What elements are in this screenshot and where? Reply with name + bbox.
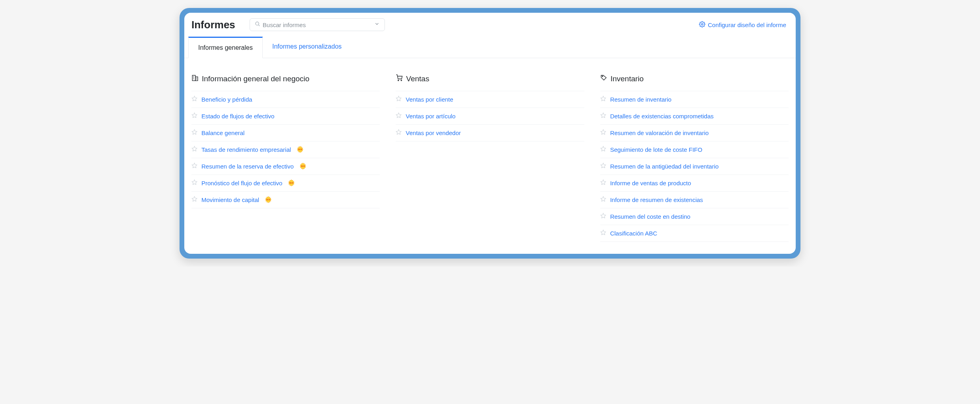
report-link[interactable]: Informe de ventas de producto: [610, 180, 691, 186]
favorite-star-icon[interactable]: [191, 179, 197, 187]
favorite-star-icon[interactable]: [191, 146, 197, 153]
report-item: Ventas por vendedor: [396, 125, 584, 141]
report-item: Detalles de existencias comprometidas: [600, 108, 789, 125]
report-link[interactable]: Pronóstico del flujo de efectivo: [201, 180, 282, 186]
favorite-star-icon[interactable]: [396, 129, 402, 137]
favorite-star-icon[interactable]: [600, 112, 606, 120]
report-item: Clasificación ABC: [600, 225, 789, 242]
report-link[interactable]: Ventas por cliente: [406, 96, 453, 103]
svg-marker-25: [396, 129, 402, 134]
svg-marker-12: [192, 129, 197, 134]
favorite-star-icon[interactable]: [600, 229, 606, 237]
report-link[interactable]: Resumen de la reserva de efectivo: [201, 163, 294, 170]
configure-report-layout-link[interactable]: Configurar diseño del informe: [699, 21, 786, 29]
report-link[interactable]: Tasas de rendimiento empresarial: [201, 146, 291, 153]
new-badge-icon: NEW: [299, 163, 306, 170]
report-link[interactable]: Resumen de valoración de inventario: [610, 129, 709, 136]
report-item: Resumen del coste en destino: [600, 208, 789, 225]
report-link[interactable]: Resumen del coste en destino: [610, 213, 691, 220]
favorite-star-icon[interactable]: [600, 213, 606, 220]
svg-marker-27: [601, 96, 606, 101]
header-left: Informes: [191, 18, 385, 31]
new-badge-icon: NEW: [297, 146, 304, 153]
svg-marker-24: [396, 113, 402, 118]
report-link[interactable]: Balance general: [201, 129, 244, 136]
column-sales: Ventas Ventas por clienteVentas por artí…: [396, 74, 584, 242]
favorite-star-icon[interactable]: [396, 96, 402, 103]
favorite-star-icon[interactable]: [600, 146, 606, 153]
svg-text:NEW: NEW: [266, 199, 271, 201]
svg-marker-34: [601, 213, 606, 218]
favorite-star-icon[interactable]: [191, 196, 197, 204]
page-title: Informes: [191, 19, 235, 31]
report-link[interactable]: Resumen de inventario: [610, 96, 672, 103]
sales-report-list: Ventas por clienteVentas por artículoVen…: [396, 91, 584, 141]
favorite-star-icon[interactable]: [600, 96, 606, 103]
svg-marker-15: [192, 163, 197, 168]
business-report-list: Beneficio y pérdidaEstado de flujos de e…: [191, 91, 380, 208]
svg-text:NEW: NEW: [298, 149, 303, 151]
report-item: Movimiento de capitalNEW: [191, 192, 380, 208]
report-item: Ventas por artículo: [396, 108, 584, 125]
report-link[interactable]: Estado de flujos de efectivo: [201, 113, 274, 120]
tab-custom-reports[interactable]: Informes personalizados: [263, 37, 351, 58]
favorite-star-icon[interactable]: [396, 112, 402, 120]
favorite-star-icon[interactable]: [600, 179, 606, 187]
svg-point-2: [701, 24, 703, 25]
svg-marker-13: [192, 146, 197, 151]
search-input[interactable]: [263, 22, 374, 28]
favorite-star-icon[interactable]: [191, 112, 197, 120]
column-title-sales: Ventas: [396, 74, 584, 84]
favorite-star-icon[interactable]: [600, 129, 606, 137]
report-item: Ventas por cliente: [396, 91, 584, 108]
favorite-star-icon[interactable]: [600, 196, 606, 204]
report-link[interactable]: Seguimiento de lote de coste FIFO: [610, 146, 703, 153]
cart-icon: [396, 74, 403, 84]
tab-general-reports[interactable]: Informes generales: [188, 37, 263, 58]
search-icon: [255, 21, 260, 28]
favorite-star-icon[interactable]: [600, 163, 606, 170]
report-link[interactable]: Detalles de existencias comprometidas: [610, 113, 714, 120]
report-item: Informe de resumen de existencias: [600, 192, 789, 208]
report-link[interactable]: Ventas por vendedor: [406, 129, 461, 136]
report-item: Informe de ventas de producto: [600, 175, 789, 192]
svg-point-21: [398, 80, 399, 81]
svg-marker-32: [601, 180, 606, 184]
gear-icon: [699, 21, 705, 29]
svg-point-26: [602, 76, 603, 77]
svg-marker-28: [601, 113, 606, 118]
column-business-overview: Información general del negocio Benefici…: [191, 74, 380, 242]
report-item: Pronóstico del flujo de efectivoNEW: [191, 175, 380, 192]
svg-rect-3: [192, 75, 195, 81]
report-item: Beneficio y pérdida: [191, 91, 380, 108]
report-link[interactable]: Movimiento de capital: [201, 196, 259, 203]
svg-marker-31: [601, 163, 606, 168]
report-link[interactable]: Informe de resumen de existencias: [610, 196, 703, 203]
column-title-business-label: Información general del negocio: [202, 74, 309, 84]
favorite-star-icon[interactable]: [191, 96, 197, 103]
report-item: Balance general: [191, 125, 380, 141]
report-link[interactable]: Ventas por artículo: [406, 113, 455, 120]
favorite-star-icon[interactable]: [191, 129, 197, 137]
inventory-report-list: Resumen de inventarioDetalles de existen…: [600, 91, 789, 242]
svg-line-1: [258, 25, 260, 26]
report-link[interactable]: Beneficio y pérdida: [201, 96, 252, 103]
favorite-star-icon[interactable]: [191, 163, 197, 170]
svg-marker-33: [601, 196, 606, 201]
report-columns: Información general del negocio Benefici…: [184, 58, 796, 254]
svg-marker-17: [192, 180, 197, 184]
chevron-down-icon[interactable]: [374, 21, 380, 28]
svg-marker-10: [192, 96, 197, 101]
svg-marker-19: [192, 196, 197, 201]
report-item: Tasas de rendimiento empresarialNEW: [191, 141, 380, 158]
report-item: Resumen de valoración de inventario: [600, 125, 789, 141]
svg-marker-30: [601, 146, 606, 151]
configure-report-layout-label: Configurar diseño del informe: [708, 22, 786, 28]
report-item: Resumen de la antigüedad del inventario: [600, 158, 789, 175]
search-reports[interactable]: [250, 18, 385, 31]
svg-rect-4: [195, 77, 198, 81]
report-link[interactable]: Resumen de la antigüedad del inventario: [610, 163, 719, 170]
new-badge-icon: NEW: [288, 179, 295, 186]
column-title-business: Información general del negocio: [191, 74, 380, 84]
report-link[interactable]: Clasificación ABC: [610, 230, 657, 237]
